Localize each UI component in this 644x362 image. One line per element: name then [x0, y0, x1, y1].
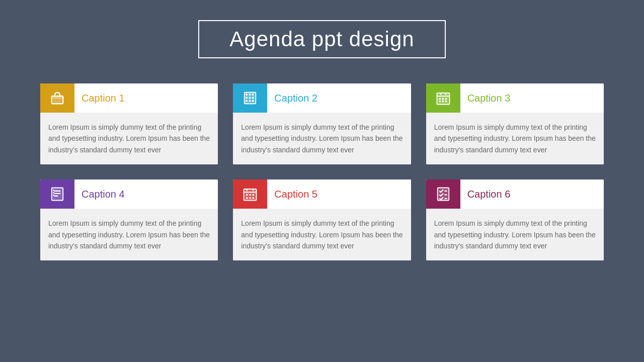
svg-rect-10 — [252, 97, 254, 99]
card-header-1: Caption 1 — [40, 83, 218, 113]
svg-rect-19 — [442, 98, 444, 100]
card-header-4: Caption 4 — [40, 179, 218, 209]
svg-rect-23 — [445, 101, 447, 102]
card-icon-box-3 — [426, 83, 460, 113]
svg-point-39 — [249, 197, 251, 199]
svg-point-38 — [246, 197, 248, 199]
card-body-5: Lorem Ipsum is simply dummy text of the … — [233, 209, 411, 260]
svg-rect-8 — [246, 97, 248, 99]
svg-rect-12 — [249, 100, 251, 102]
card-header-6: Caption 6 — [426, 179, 604, 209]
card-icon-box-2 — [233, 83, 267, 113]
card-body-text-6: Lorem Ipsum is simply dummy text of the … — [434, 218, 596, 251]
svg-rect-30 — [53, 195, 54, 196]
title-container: Agenda ppt design — [198, 20, 445, 58]
svg-point-37 — [253, 194, 255, 196]
svg-rect-7 — [252, 94, 254, 96]
card-caption-6: Caption 6 — [460, 189, 511, 200]
card-caption-4: Caption 4 — [74, 189, 125, 200]
card-1: Caption 1 Lorem Ipsum is simply dummy te… — [40, 83, 218, 164]
card-body-text-1: Lorem Ipsum is simply dummy text of the … — [48, 122, 210, 155]
svg-rect-13 — [252, 100, 254, 102]
card-4: Caption 4 Lorem Ipsum is simply dummy te… — [40, 179, 218, 260]
card-body-6: Lorem Ipsum is simply dummy text of the … — [426, 209, 604, 260]
svg-rect-21 — [439, 101, 441, 102]
card-body-text-5: Lorem Ipsum is simply dummy text of the … — [241, 218, 403, 251]
card-body-3: Lorem Ipsum is simply dummy text of the … — [426, 113, 604, 164]
svg-rect-18 — [439, 98, 441, 100]
svg-point-35 — [246, 194, 248, 196]
svg-rect-3 — [52, 96, 63, 104]
card-2: Caption 2 Lorem Ipsum is simply dummy te… — [233, 83, 411, 164]
card-icon-box-6 — [426, 179, 460, 209]
card-body-text-3: Lorem Ipsum is simply dummy text of the … — [434, 122, 596, 155]
svg-rect-5 — [246, 94, 248, 96]
card-body-text-2: Lorem Ipsum is simply dummy text of the … — [241, 122, 403, 155]
card-3: Caption 3 Lorem Ipsum is simply dummy te… — [426, 83, 604, 164]
card-caption-3: Caption 3 — [460, 93, 511, 104]
cards-grid: Caption 1 Lorem Ipsum is simply dummy te… — [0, 83, 644, 260]
card-icon-box-5 — [233, 179, 267, 209]
card-caption-5: Caption 5 — [267, 189, 317, 200]
svg-rect-29 — [53, 192, 54, 194]
svg-point-40 — [253, 197, 255, 199]
card-caption-1: Caption 1 — [74, 93, 125, 104]
svg-rect-28 — [53, 190, 54, 191]
card-header-2: Caption 2 — [233, 83, 411, 113]
card-body-4: Lorem Ipsum is simply dummy text of the … — [40, 209, 218, 260]
card-icon-box-4 — [40, 179, 74, 209]
card-header-5: Caption 5 — [233, 179, 411, 209]
card-icon-box-1 — [40, 83, 74, 113]
card-body-1: Lorem Ipsum is simply dummy text of the … — [40, 113, 218, 164]
card-body-text-4: Lorem Ipsum is simply dummy text of the … — [48, 218, 210, 251]
svg-rect-22 — [442, 101, 444, 102]
card-6: Caption 6 Lorem Ipsum is simply dummy te… — [426, 179, 604, 260]
svg-rect-20 — [445, 98, 447, 100]
card-caption-2: Caption 2 — [267, 93, 317, 104]
svg-rect-11 — [246, 100, 248, 102]
svg-rect-6 — [249, 94, 251, 96]
svg-point-36 — [249, 194, 251, 196]
svg-rect-9 — [249, 97, 251, 99]
page-title: Agenda ppt design — [229, 27, 414, 51]
card-header-3: Caption 3 — [426, 83, 604, 113]
card-5: Caption 5 Lorem Ipsum is simply dummy te… — [233, 179, 411, 260]
card-body-2: Lorem Ipsum is simply dummy text of the … — [233, 113, 411, 164]
